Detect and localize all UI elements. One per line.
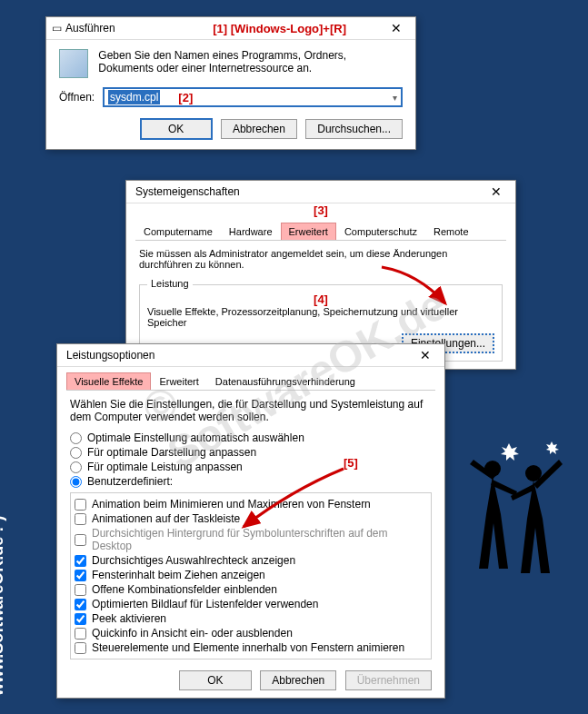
browse-button[interactable]: Durchsuchen... [305, 119, 403, 139]
sysdm-title: Systemeigenschaften [135, 185, 483, 198]
radio-custom-label: Benutzerdefiniert: [87, 475, 173, 488]
tab-visuelle-effekte[interactable]: Visuelle Effekte [66, 372, 151, 390]
run-description: Geben Sie den Namen eines Programms, Ord… [98, 49, 389, 74]
tab-hardware[interactable]: Hardware [221, 223, 281, 240]
run-titlebar: ▭ Ausführen [1] [Windows-Logo]+[R] ✕ [46, 17, 415, 40]
check-label: Offene Kombinationsfelder einblenden [92, 583, 277, 596]
check-smooth-scroll[interactable]: Optimierten Bildlauf für Listenfelder ve… [75, 597, 427, 611]
open-label: Öffnen: [59, 91, 103, 104]
check-label: Animation beim Minimieren und Maximieren… [92, 498, 371, 511]
chevron-down-icon[interactable]: ▾ [393, 93, 397, 103]
check-label: Durchsichtiges Auswahlrechteck anzeigen [92, 554, 295, 567]
performance-options-dialog: Leistungsoptionen ✕ Visuelle Effekte Erw… [56, 343, 445, 699]
check-label: Quickinfo in Ansicht ein- oder ausblende… [92, 627, 293, 640]
cancel-button[interactable]: Abbrechen [221, 119, 297, 139]
check-label: Optimierten Bildlauf für Listenfelder ve… [92, 598, 318, 610]
ok-button[interactable]: OK [179, 670, 252, 690]
open-value: sysdm.cpl [108, 90, 160, 104]
tab-remote[interactable]: Remote [425, 223, 477, 240]
sysdm-tabbar: Computername Hardware Erweitert Computer… [135, 223, 506, 241]
run-program-icon [59, 49, 88, 78]
sysdm-titlebar: Systemeigenschaften ✕ [126, 181, 515, 203]
tab-computername[interactable]: Computername [135, 223, 221, 240]
visual-effects-list[interactable]: Animation beim Minimieren und Maximieren… [70, 492, 432, 659]
check-taskbar-anim[interactable]: Animationen auf der Taskleiste [75, 511, 427, 526]
perf-tabbar: Visuelle Effekte Erweitert Datenausführu… [66, 372, 435, 391]
performance-legend: Leistung [147, 278, 193, 289]
system-properties-dialog: Systemeigenschaften ✕ [3] Computername H… [125, 180, 516, 370]
check-peek[interactable]: Peek aktivieren [75, 611, 427, 626]
perf-title: Leistungsoptionen [66, 349, 412, 362]
check-label: Durchsichtigen Hintergrund für Symbolunt… [92, 527, 427, 552]
check-label: Fensterinhalt beim Ziehen anzeigen [92, 569, 265, 581]
cancel-button[interactable]: Abbrechen [260, 670, 336, 690]
tab-dep[interactable]: Datenausführungsverhinderung [207, 372, 364, 390]
annotation-1: [1] [Windows-Logo]+[R] [213, 22, 346, 35]
check-drag-content[interactable]: Fensterinhalt beim Ziehen anzeigen [75, 568, 427, 582]
check-label: Animationen auf der Taskleiste [92, 512, 240, 525]
radio-auto[interactable]: Optimale Einstellung automatisch auswähl… [70, 431, 432, 445]
check-selection-rect[interactable]: Durchsichtiges Auswahlrechteck anzeigen [75, 553, 427, 568]
check-label: Peek aktivieren [92, 612, 166, 625]
performance-description: Visuelle Effekte, Prozessorzeitplanung, … [147, 306, 494, 328]
radio-custom[interactable]: Benutzerdefiniert: [70, 474, 432, 489]
annotation-3: [3] [314, 203, 328, 217]
ok-button[interactable]: OK [140, 118, 213, 140]
check-tooltip-fade[interactable]: Quickinfo in Ansicht ein- oder ausblende… [75, 626, 427, 640]
dancers-silhouette-icon [461, 441, 570, 587]
annotation-2: [2] [178, 91, 193, 104]
apply-button[interactable]: Übernehmen [345, 670, 432, 690]
annotation-4: [4] [314, 293, 328, 306]
annotation-5: [5] [344, 456, 358, 470]
run-title: Ausführen [65, 22, 213, 35]
tab-erweitert-perf[interactable]: Erweitert [151, 372, 206, 390]
check-combo-fade[interactable]: Offene Kombinationsfelder einblenden [75, 582, 427, 597]
admin-note: Sie müssen als Administrator angemeldet … [126, 241, 515, 277]
open-combobox[interactable]: sysdm.cpl [2] ▾ [103, 87, 403, 107]
check-minmax-anim[interactable]: Animation beim Minimieren und Maximieren… [75, 497, 427, 511]
tab-erweitert[interactable]: Erweitert [281, 223, 336, 240]
check-label: Steuerelemente und Elemente innerhalb vo… [92, 641, 404, 654]
tab-computerschutz[interactable]: Computerschutz [336, 223, 425, 240]
perf-intro: Wählen Sie die Einstellungen, die für Da… [70, 398, 432, 423]
check-control-anim[interactable]: Steuerelemente und Elemente innerhalb vo… [75, 640, 427, 655]
close-icon[interactable]: ✕ [383, 21, 410, 35]
check-desktop-icon-bg[interactable]: Durchsichtigen Hintergrund für Symbolunt… [75, 526, 427, 553]
close-icon[interactable]: ✕ [483, 184, 510, 199]
run-dialog: ▭ Ausführen [1] [Windows-Logo]+[R] ✕ Geb… [45, 16, 416, 150]
radio-auto-label: Optimale Einstellung automatisch auswähl… [87, 431, 304, 444]
radio-best-appearance[interactable]: Für optimale Darstellung anpassen [70, 445, 432, 460]
close-icon[interactable]: ✕ [412, 348, 439, 362]
radio-appearance-label: Für optimale Darstellung anpassen [87, 446, 256, 459]
watermark-side: www.SoftwareOK.de :-) [0, 516, 7, 696]
run-icon-small: ▭ [52, 22, 62, 35]
perf-titlebar: Leistungsoptionen ✕ [57, 344, 444, 367]
radio-best-performance[interactable]: Für optimale Leistung anpassen [70, 460, 432, 474]
radio-performance-label: Für optimale Leistung anpassen [87, 461, 243, 473]
